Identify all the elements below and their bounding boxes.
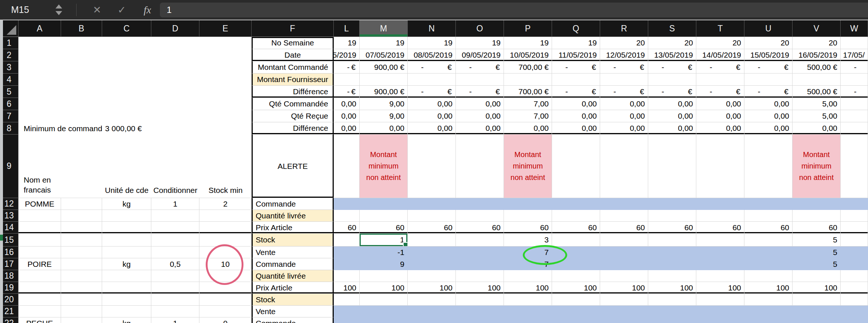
cell-S15[interactable]	[648, 234, 696, 246]
stepper-up-icon[interactable]	[55, 4, 62, 8]
left-cell-22[interactable]	[61, 317, 102, 323]
left-cell-20[interactable]	[61, 294, 102, 306]
cell-M14[interactable]: 60	[360, 222, 408, 234]
cell-S17[interactable]	[648, 258, 696, 270]
cell-Q21[interactable]	[552, 306, 600, 317]
cancel-icon[interactable]: ✕	[93, 4, 101, 16]
cell-O1[interactable]: 19	[456, 37, 504, 49]
cell-O19[interactable]: 100	[456, 282, 504, 294]
cell-R16[interactable]	[600, 246, 648, 258]
cell-L17[interactable]	[334, 258, 360, 270]
cell-O16[interactable]	[456, 246, 504, 258]
cell-P8[interactable]: 0,00	[504, 122, 552, 135]
product-conditionner-12[interactable]: 1	[151, 198, 199, 210]
product-unit-15[interactable]	[102, 234, 151, 246]
cell-M20[interactable]	[360, 294, 408, 306]
cell-T4[interactable]	[696, 74, 744, 86]
cell-U3[interactable]: -€	[744, 61, 793, 74]
product-name-15[interactable]	[18, 234, 61, 246]
cell-N8[interactable]: 0,00	[408, 122, 456, 135]
cell-V6[interactable]: 5,00	[793, 98, 841, 110]
column-header-D[interactable]: D	[151, 20, 199, 37]
stepper-down-icon[interactable]	[55, 11, 62, 15]
product-unit-13[interactable]	[102, 210, 151, 222]
cell-V13[interactable]	[793, 210, 841, 222]
cell-O20[interactable]	[456, 294, 504, 306]
alert-cell-P9[interactable]: Montantminimumnon atteint	[504, 135, 552, 198]
cell-M18[interactable]	[360, 270, 408, 282]
column-header-U[interactable]: U	[744, 20, 793, 37]
cell-U5[interactable]: -€	[744, 86, 793, 98]
cell-R17[interactable]	[600, 258, 648, 270]
cell-M16[interactable]: -1	[360, 246, 408, 258]
selection-fill-handle[interactable]	[403, 242, 408, 246]
cell-V15[interactable]: 5	[793, 234, 841, 246]
column-header-L[interactable]: L	[334, 20, 360, 37]
product-stock-min-13[interactable]	[199, 210, 252, 222]
cell-O22[interactable]	[456, 317, 504, 323]
row-label-1[interactable]: No Semaine	[252, 37, 334, 49]
product-conditionner-18[interactable]	[151, 270, 199, 282]
product-unit-18[interactable]	[102, 270, 151, 282]
product-unit-21[interactable]	[102, 306, 151, 317]
cell-W6[interactable]	[841, 98, 868, 110]
product-conditionner-14[interactable]	[151, 222, 199, 234]
cell-S5[interactable]: -€	[648, 86, 696, 98]
row-label-5[interactable]: Différence	[252, 86, 334, 98]
cell-L22[interactable]	[334, 317, 360, 323]
cell-U14[interactable]: 60	[744, 222, 793, 234]
cell-Q7[interactable]: 0,00	[552, 110, 600, 122]
cell-T5[interactable]: -€	[696, 86, 744, 98]
formula-input[interactable]: 1	[160, 3, 868, 17]
cell-W9[interactable]	[841, 135, 868, 198]
cell-M3[interactable]: 900,00 €	[360, 61, 408, 74]
cell-T7[interactable]: 0,00	[696, 110, 744, 122]
cell-L6[interactable]: 0,00	[334, 98, 360, 110]
column-header-P[interactable]: P	[504, 20, 552, 37]
row-label-6[interactable]: Qté Commandée	[252, 98, 334, 110]
cell-V18[interactable]	[793, 270, 841, 282]
cell-U2[interactable]: 15/05/2019	[744, 49, 793, 61]
column-header-A[interactable]: A	[18, 20, 61, 37]
column-header-B[interactable]: B	[61, 20, 102, 37]
cell-U9[interactable]	[744, 135, 793, 198]
cell-S7[interactable]: 0,00	[648, 110, 696, 122]
cell-N17[interactable]	[408, 258, 456, 270]
cell-V16[interactable]: 5	[793, 246, 841, 258]
cell-N12[interactable]	[408, 198, 456, 210]
row-label-8[interactable]: Différence	[252, 122, 334, 135]
left-header-unit[interactable]: Unité de cde	[102, 135, 151, 198]
cell-Q1[interactable]: 19	[552, 37, 600, 49]
cell-V20[interactable]	[793, 294, 841, 306]
cell-P20[interactable]	[504, 294, 552, 306]
cell-S16[interactable]	[648, 246, 696, 258]
cell-T2[interactable]: 14/05/2019	[696, 49, 744, 61]
cell-P13[interactable]	[504, 210, 552, 222]
cell-R2[interactable]: 12/05/2019	[600, 49, 648, 61]
cell-N18[interactable]	[408, 270, 456, 282]
cell-T13[interactable]	[696, 210, 744, 222]
cell-W19[interactable]	[841, 282, 868, 294]
cell-P1[interactable]: 19	[504, 37, 552, 49]
cell-L16[interactable]	[334, 246, 360, 258]
minimum-order-value[interactable]: 3 000,00 €	[102, 122, 252, 135]
cell-O2[interactable]: 09/05/2019	[456, 49, 504, 61]
cell-Q13[interactable]	[552, 210, 600, 222]
cell-O6[interactable]: 0,00	[456, 98, 504, 110]
cell-S20[interactable]	[648, 294, 696, 306]
left-cell-14[interactable]	[61, 222, 102, 234]
left-cell-12[interactable]	[61, 198, 102, 210]
cell-S19[interactable]: 100	[648, 282, 696, 294]
cell-Q20[interactable]	[552, 294, 600, 306]
cell-N7[interactable]: 0,00	[408, 110, 456, 122]
product-conditionner-19[interactable]	[151, 282, 199, 294]
row-label-4[interactable]: Montant Fournisseur	[252, 74, 334, 86]
column-header-F[interactable]: F	[252, 20, 334, 37]
cell-V21[interactable]	[793, 306, 841, 317]
product-stock-min-22[interactable]: 0	[199, 317, 252, 323]
cell-U20[interactable]	[744, 294, 793, 306]
row-label-9[interactable]: ALERTE	[252, 135, 334, 198]
cell-Q3[interactable]: -€	[552, 61, 600, 74]
cell-N20[interactable]	[408, 294, 456, 306]
column-header-S[interactable]: S	[648, 20, 696, 37]
